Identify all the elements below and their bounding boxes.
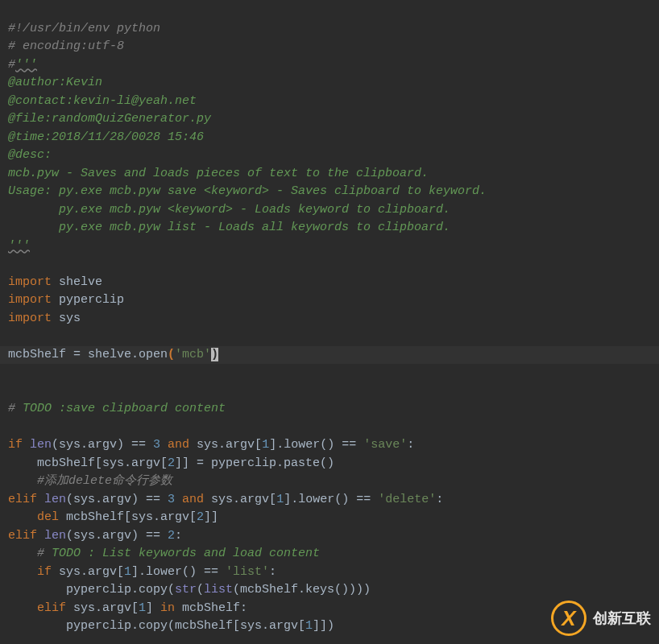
logo-icon: X xyxy=(551,601,586,636)
code-line: @time:2018/11/28/0028 15:46 xyxy=(8,130,204,144)
code-line: @file:randomQuizGenerator.py xyxy=(8,112,211,126)
code-line: # TODO :save clipboard content xyxy=(8,402,226,415)
code-line: mcb.pyw - Saves and loads pieces of text… xyxy=(8,167,429,180)
code-line: import sys xyxy=(8,312,81,325)
code-line: pyperclip.copy(str(list(mcbShelf.keys())… xyxy=(8,583,371,597)
code-line: elif sys.argv[1] in mcbShelf: xyxy=(8,601,247,615)
code-line: # TODO : List keywords and load content xyxy=(8,547,320,560)
code-line: mcbShelf[sys.argv[2]] = pyperclip.paste(… xyxy=(8,456,334,470)
logo-x-glyph: X xyxy=(562,609,575,628)
code-line: del mcbShelf[sys.argv[2]] xyxy=(8,510,218,524)
code-line: py.exe mcb.pyw list - Loads all keywords… xyxy=(8,221,450,234)
code-line: @desc: xyxy=(8,148,52,162)
code-editor[interactable]: #!/usr/bin/env python # encoding:utf-8 #… xyxy=(0,0,659,644)
code-line xyxy=(8,329,15,343)
cursor-position: ) xyxy=(211,348,218,361)
code-line: #添加delete命令行参数 xyxy=(8,474,172,488)
code-line xyxy=(8,384,15,398)
watermark-logo: X 创新互联 xyxy=(551,601,651,636)
code-line: @author:Kevin xyxy=(8,76,102,89)
code-line xyxy=(8,638,15,645)
code-line: if len(sys.argv) == 3 and sys.argv[1].lo… xyxy=(8,438,414,452)
code-line: import shelve xyxy=(8,275,102,289)
code-line: elif len(sys.argv) == 2: xyxy=(8,529,182,543)
code-line: elif len(sys.argv) == 3 and sys.argv[1].… xyxy=(8,493,443,506)
code-line-current: mcbShelf = shelve.open('mcb') xyxy=(0,346,659,365)
logo-text: 创新互联 xyxy=(593,609,651,628)
code-line: #!/usr/bin/env python xyxy=(8,22,160,35)
code-line xyxy=(8,257,15,270)
code-line: ''' xyxy=(8,239,30,253)
code-line: Usage: py.exe mcb.pyw save <keyword> - S… xyxy=(8,184,487,198)
code-line: @contact:kevin-li@yeah.net xyxy=(8,94,197,108)
code-line xyxy=(8,420,15,434)
code-line: pyperclip.copy(mcbShelf[sys.argv[1]]) xyxy=(8,619,334,633)
code-line: if sys.argv[1].lower() == 'list': xyxy=(8,565,276,579)
code-line: py.exe mcb.pyw <keyword> - Loads keyword… xyxy=(8,203,450,217)
code-line: import pyperclip xyxy=(8,293,124,307)
code-line: # encoding:utf-8 xyxy=(8,39,124,53)
code-line: #''' xyxy=(8,58,37,72)
